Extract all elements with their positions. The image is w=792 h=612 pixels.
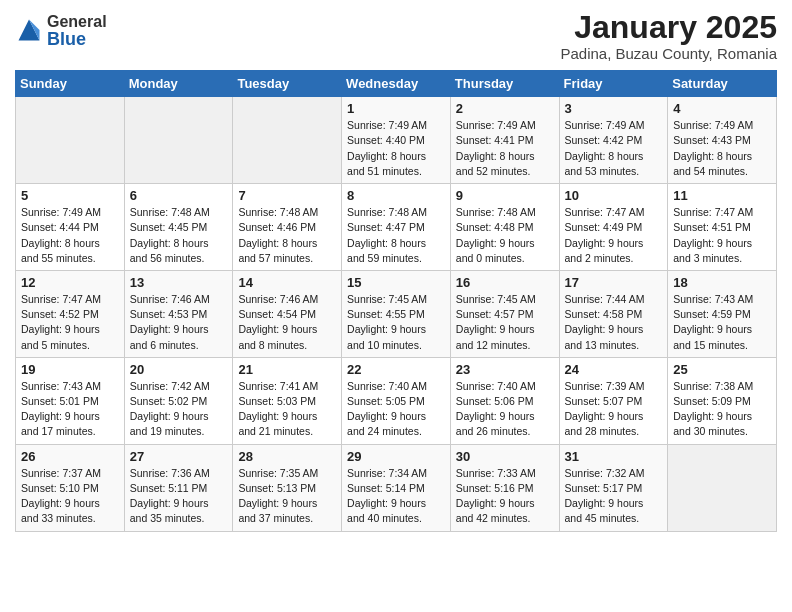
header-thursday: Thursday bbox=[450, 71, 559, 97]
day-cell: 14Sunrise: 7:46 AM Sunset: 4:54 PM Dayli… bbox=[233, 270, 342, 357]
day-info: Sunrise: 7:48 AM Sunset: 4:45 PM Dayligh… bbox=[130, 205, 228, 266]
day-info: Sunrise: 7:39 AM Sunset: 5:07 PM Dayligh… bbox=[565, 379, 663, 440]
day-info: Sunrise: 7:37 AM Sunset: 5:10 PM Dayligh… bbox=[21, 466, 119, 527]
day-number: 26 bbox=[21, 449, 119, 464]
page: General Blue January 2025 Padina, Buzau … bbox=[0, 0, 792, 612]
location-subtitle: Padina, Buzau County, Romania bbox=[560, 45, 777, 62]
day-info: Sunrise: 7:46 AM Sunset: 4:54 PM Dayligh… bbox=[238, 292, 336, 353]
day-cell: 2Sunrise: 7:49 AM Sunset: 4:41 PM Daylig… bbox=[450, 97, 559, 184]
day-cell bbox=[124, 97, 233, 184]
day-cell bbox=[668, 444, 777, 531]
day-cell: 12Sunrise: 7:47 AM Sunset: 4:52 PM Dayli… bbox=[16, 270, 125, 357]
day-info: Sunrise: 7:49 AM Sunset: 4:41 PM Dayligh… bbox=[456, 118, 554, 179]
day-number: 2 bbox=[456, 101, 554, 116]
day-cell: 28Sunrise: 7:35 AM Sunset: 5:13 PM Dayli… bbox=[233, 444, 342, 531]
day-info: Sunrise: 7:42 AM Sunset: 5:02 PM Dayligh… bbox=[130, 379, 228, 440]
day-cell: 23Sunrise: 7:40 AM Sunset: 5:06 PM Dayli… bbox=[450, 357, 559, 444]
day-number: 9 bbox=[456, 188, 554, 203]
day-number: 25 bbox=[673, 362, 771, 377]
day-info: Sunrise: 7:46 AM Sunset: 4:53 PM Dayligh… bbox=[130, 292, 228, 353]
day-number: 27 bbox=[130, 449, 228, 464]
day-number: 6 bbox=[130, 188, 228, 203]
month-title: January 2025 bbox=[560, 10, 777, 45]
day-number: 31 bbox=[565, 449, 663, 464]
logo-text: General Blue bbox=[47, 14, 107, 48]
header-tuesday: Tuesday bbox=[233, 71, 342, 97]
day-number: 7 bbox=[238, 188, 336, 203]
day-cell: 3Sunrise: 7:49 AM Sunset: 4:42 PM Daylig… bbox=[559, 97, 668, 184]
week-row-2: 12Sunrise: 7:47 AM Sunset: 4:52 PM Dayli… bbox=[16, 270, 777, 357]
day-info: Sunrise: 7:40 AM Sunset: 5:06 PM Dayligh… bbox=[456, 379, 554, 440]
day-info: Sunrise: 7:49 AM Sunset: 4:43 PM Dayligh… bbox=[673, 118, 771, 179]
week-row-1: 5Sunrise: 7:49 AM Sunset: 4:44 PM Daylig… bbox=[16, 184, 777, 271]
day-cell: 26Sunrise: 7:37 AM Sunset: 5:10 PM Dayli… bbox=[16, 444, 125, 531]
day-info: Sunrise: 7:43 AM Sunset: 5:01 PM Dayligh… bbox=[21, 379, 119, 440]
day-cell: 21Sunrise: 7:41 AM Sunset: 5:03 PM Dayli… bbox=[233, 357, 342, 444]
day-info: Sunrise: 7:47 AM Sunset: 4:52 PM Dayligh… bbox=[21, 292, 119, 353]
day-number: 15 bbox=[347, 275, 445, 290]
logo-blue-text: Blue bbox=[47, 30, 107, 48]
day-cell: 20Sunrise: 7:42 AM Sunset: 5:02 PM Dayli… bbox=[124, 357, 233, 444]
day-cell: 15Sunrise: 7:45 AM Sunset: 4:55 PM Dayli… bbox=[342, 270, 451, 357]
title-area: January 2025 Padina, Buzau County, Roman… bbox=[560, 10, 777, 62]
day-info: Sunrise: 7:33 AM Sunset: 5:16 PM Dayligh… bbox=[456, 466, 554, 527]
day-number: 28 bbox=[238, 449, 336, 464]
day-info: Sunrise: 7:43 AM Sunset: 4:59 PM Dayligh… bbox=[673, 292, 771, 353]
day-number: 5 bbox=[21, 188, 119, 203]
day-info: Sunrise: 7:49 AM Sunset: 4:40 PM Dayligh… bbox=[347, 118, 445, 179]
day-number: 17 bbox=[565, 275, 663, 290]
day-cell: 5Sunrise: 7:49 AM Sunset: 4:44 PM Daylig… bbox=[16, 184, 125, 271]
day-number: 30 bbox=[456, 449, 554, 464]
header-row: Sunday Monday Tuesday Wednesday Thursday… bbox=[16, 71, 777, 97]
week-row-3: 19Sunrise: 7:43 AM Sunset: 5:01 PM Dayli… bbox=[16, 357, 777, 444]
day-cell: 13Sunrise: 7:46 AM Sunset: 4:53 PM Dayli… bbox=[124, 270, 233, 357]
day-cell: 22Sunrise: 7:40 AM Sunset: 5:05 PM Dayli… bbox=[342, 357, 451, 444]
day-cell: 31Sunrise: 7:32 AM Sunset: 5:17 PM Dayli… bbox=[559, 444, 668, 531]
day-cell: 11Sunrise: 7:47 AM Sunset: 4:51 PM Dayli… bbox=[668, 184, 777, 271]
day-cell: 4Sunrise: 7:49 AM Sunset: 4:43 PM Daylig… bbox=[668, 97, 777, 184]
day-number: 14 bbox=[238, 275, 336, 290]
day-info: Sunrise: 7:48 AM Sunset: 4:46 PM Dayligh… bbox=[238, 205, 336, 266]
week-row-4: 26Sunrise: 7:37 AM Sunset: 5:10 PM Dayli… bbox=[16, 444, 777, 531]
day-info: Sunrise: 7:32 AM Sunset: 5:17 PM Dayligh… bbox=[565, 466, 663, 527]
day-info: Sunrise: 7:45 AM Sunset: 4:55 PM Dayligh… bbox=[347, 292, 445, 353]
header-sunday: Sunday bbox=[16, 71, 125, 97]
day-info: Sunrise: 7:34 AM Sunset: 5:14 PM Dayligh… bbox=[347, 466, 445, 527]
day-cell: 17Sunrise: 7:44 AM Sunset: 4:58 PM Dayli… bbox=[559, 270, 668, 357]
day-number: 1 bbox=[347, 101, 445, 116]
header-wednesday: Wednesday bbox=[342, 71, 451, 97]
day-number: 10 bbox=[565, 188, 663, 203]
day-info: Sunrise: 7:35 AM Sunset: 5:13 PM Dayligh… bbox=[238, 466, 336, 527]
day-info: Sunrise: 7:38 AM Sunset: 5:09 PM Dayligh… bbox=[673, 379, 771, 440]
day-cell: 30Sunrise: 7:33 AM Sunset: 5:16 PM Dayli… bbox=[450, 444, 559, 531]
day-number: 3 bbox=[565, 101, 663, 116]
day-number: 19 bbox=[21, 362, 119, 377]
day-cell: 18Sunrise: 7:43 AM Sunset: 4:59 PM Dayli… bbox=[668, 270, 777, 357]
day-number: 13 bbox=[130, 275, 228, 290]
day-number: 12 bbox=[21, 275, 119, 290]
day-info: Sunrise: 7:49 AM Sunset: 4:44 PM Dayligh… bbox=[21, 205, 119, 266]
day-info: Sunrise: 7:49 AM Sunset: 4:42 PM Dayligh… bbox=[565, 118, 663, 179]
day-number: 21 bbox=[238, 362, 336, 377]
day-cell: 9Sunrise: 7:48 AM Sunset: 4:48 PM Daylig… bbox=[450, 184, 559, 271]
day-cell: 24Sunrise: 7:39 AM Sunset: 5:07 PM Dayli… bbox=[559, 357, 668, 444]
logo-icon bbox=[15, 16, 43, 44]
day-cell: 10Sunrise: 7:47 AM Sunset: 4:49 PM Dayli… bbox=[559, 184, 668, 271]
header-friday: Friday bbox=[559, 71, 668, 97]
day-number: 20 bbox=[130, 362, 228, 377]
day-info: Sunrise: 7:47 AM Sunset: 4:51 PM Dayligh… bbox=[673, 205, 771, 266]
day-info: Sunrise: 7:36 AM Sunset: 5:11 PM Dayligh… bbox=[130, 466, 228, 527]
day-cell: 16Sunrise: 7:45 AM Sunset: 4:57 PM Dayli… bbox=[450, 270, 559, 357]
day-number: 24 bbox=[565, 362, 663, 377]
day-number: 22 bbox=[347, 362, 445, 377]
week-row-0: 1Sunrise: 7:49 AM Sunset: 4:40 PM Daylig… bbox=[16, 97, 777, 184]
day-info: Sunrise: 7:47 AM Sunset: 4:49 PM Dayligh… bbox=[565, 205, 663, 266]
day-number: 23 bbox=[456, 362, 554, 377]
day-cell bbox=[16, 97, 125, 184]
day-cell: 19Sunrise: 7:43 AM Sunset: 5:01 PM Dayli… bbox=[16, 357, 125, 444]
calendar-table: Sunday Monday Tuesday Wednesday Thursday… bbox=[15, 70, 777, 531]
header: General Blue January 2025 Padina, Buzau … bbox=[15, 10, 777, 62]
day-number: 29 bbox=[347, 449, 445, 464]
day-number: 4 bbox=[673, 101, 771, 116]
day-cell bbox=[233, 97, 342, 184]
